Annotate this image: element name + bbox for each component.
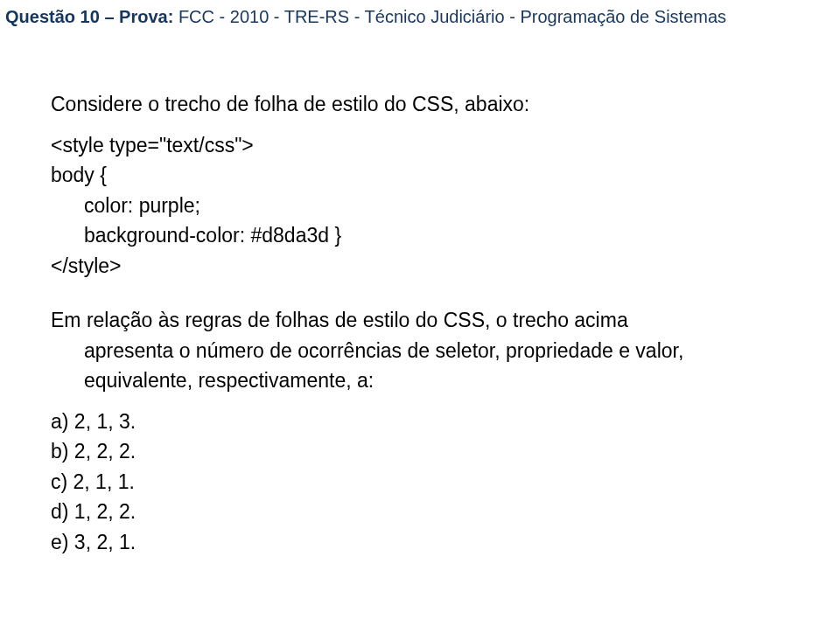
code-block: <style type="text/css"> body { color: pu…: [51, 130, 822, 282]
question-line-2: apresenta o número de ocorrências de sel…: [51, 336, 733, 366]
question-text: Em relação às regras de folhas de estilo…: [51, 305, 733, 396]
code-line-2: body {: [51, 160, 822, 191]
option-e: e) 3, 2, 1.: [51, 527, 822, 558]
code-line-3: color: purple;: [51, 191, 822, 221]
question-line-1: Em relação às regras de folhas de estilo…: [51, 305, 733, 336]
option-d: d) 1, 2, 2.: [51, 497, 822, 527]
prova-description: FCC - 2010 - TRE-RS - Técnico Judiciário…: [178, 7, 726, 26]
questao-label: Questão: [5, 7, 75, 26]
prova-label: Prova:: [119, 7, 173, 26]
header-text: Questão 10 – Prova: FCC - 2010 - TRE-RS …: [5, 5, 822, 28]
options-list: a) 2, 1, 3. b) 2, 2, 2. c) 2, 1, 1. d) 1…: [51, 407, 822, 558]
separator-1: –: [104, 7, 114, 26]
option-a: a) 2, 1, 3.: [51, 407, 822, 437]
option-c: c) 2, 1, 1.: [51, 467, 822, 497]
question-content: Considere o trecho de folha de estilo do…: [5, 89, 822, 557]
option-b: b) 2, 2, 2.: [51, 436, 822, 467]
code-line-4: background-color: #d8da3d }: [51, 220, 822, 251]
question-header: Questão 10 – Prova: FCC - 2010 - TRE-RS …: [5, 5, 822, 28]
question-line-3: equivalente, respectivamente, a:: [51, 365, 733, 396]
questao-number: 10: [80, 7, 100, 26]
intro-text: Considere o trecho de folha de estilo do…: [51, 89, 822, 120]
code-line-1: <style type="text/css">: [51, 130, 822, 161]
code-line-5: </style>: [51, 251, 822, 282]
